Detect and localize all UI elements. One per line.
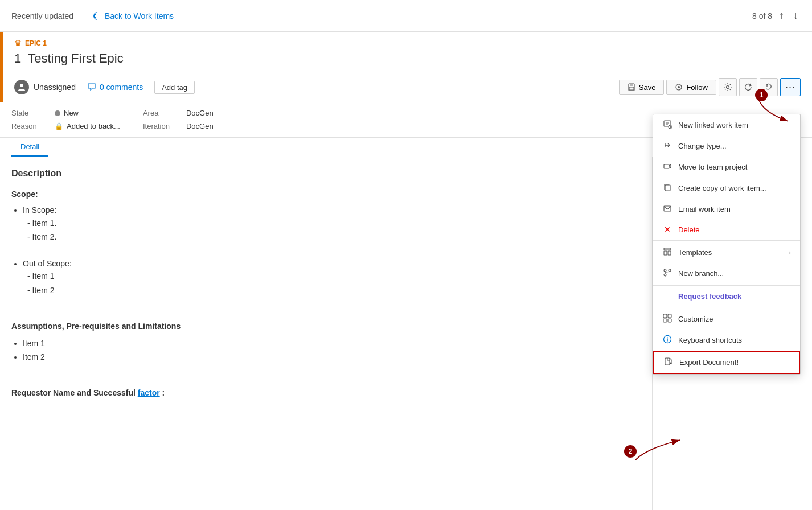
menu-item-keyboard-shortcuts[interactable]: Keyboard shortcuts xyxy=(653,330,800,351)
branch-icon xyxy=(662,268,672,279)
menu-divider-1 xyxy=(653,240,800,241)
person-icon xyxy=(17,83,26,92)
customize-svg-icon xyxy=(663,314,672,323)
create-copy-label: Create copy of work item... xyxy=(678,184,791,192)
annotation-badge-2: 2 xyxy=(624,445,637,458)
svg-rect-3 xyxy=(629,87,634,90)
back-link-label: Back to Work Items xyxy=(105,11,174,20)
menu-item-delete[interactable]: ✕ Delete xyxy=(653,220,800,239)
menu-item-email[interactable]: Email work item xyxy=(653,199,800,220)
save-button[interactable]: Save xyxy=(619,80,665,95)
branch-svg-icon xyxy=(663,268,672,277)
state-label: State xyxy=(11,109,46,117)
menu-item-new-branch[interactable]: New branch... xyxy=(653,263,800,284)
menu-item-create-copy[interactable]: Create copy of work item... xyxy=(653,178,800,199)
move-project-icon xyxy=(662,162,672,172)
requestor-heading: Requestor Name and Successful factor : xyxy=(11,386,641,399)
svg-point-0 xyxy=(20,84,23,87)
description-title: Description xyxy=(11,168,641,179)
templates-icon xyxy=(662,247,672,258)
assignee-section[interactable]: Unassigned xyxy=(14,80,76,94)
svg-point-6 xyxy=(727,86,729,89)
delete-icon: ✕ xyxy=(662,225,672,234)
epic-label: ♛ EPIC 1 xyxy=(14,39,801,48)
more-icon: ··· xyxy=(785,81,795,93)
svg-point-5 xyxy=(678,86,680,88)
top-bar-divider xyxy=(83,9,83,23)
work-item-number: 1 xyxy=(14,51,21,66)
back-to-work-items-link[interactable]: Back to Work Items xyxy=(92,11,174,20)
in-scope-item-2: Item 2. xyxy=(27,231,641,243)
comments-section[interactable]: 0 comments xyxy=(87,83,143,92)
work-item-meta: Unassigned 0 comments Add tag Save xyxy=(14,72,801,102)
svg-rect-19 xyxy=(668,314,671,318)
prev-item-button[interactable]: ↑ xyxy=(777,7,786,24)
state-value-section[interactable]: New xyxy=(55,109,79,117)
menu-item-export-document[interactable]: Export Document! xyxy=(653,351,800,374)
top-bar-left: Recently updated Back to Work Items xyxy=(11,9,174,23)
recently-updated-label: Recently updated xyxy=(11,11,73,20)
out-scope-item-2: Item 2 xyxy=(27,284,641,297)
email-svg-icon xyxy=(663,204,672,213)
templates-label: Templates xyxy=(678,248,783,257)
menu-item-customize[interactable]: Customize xyxy=(653,309,800,330)
state-value: New xyxy=(64,109,79,117)
change-type-icon xyxy=(662,141,672,151)
toolbar-right: Save Follow xyxy=(619,78,801,96)
menu-item-request-feedback[interactable]: Request feedback xyxy=(653,287,800,306)
svg-rect-9 xyxy=(664,164,669,168)
create-copy-icon xyxy=(662,183,672,194)
svg-rect-18 xyxy=(663,314,667,318)
epic-number-label: EPIC 1 xyxy=(25,39,47,47)
tab-detail[interactable]: Detail xyxy=(11,138,48,157)
new-linked-icon xyxy=(662,120,672,130)
assumptions-list: Item 1 Item 2 xyxy=(23,337,641,364)
customize-icon xyxy=(662,314,672,324)
follow-button[interactable]: Follow xyxy=(666,80,716,95)
svg-point-15 xyxy=(664,269,666,272)
reason-value-section[interactable]: 🔒 Added to back... xyxy=(55,122,120,130)
move-project-label: Move to team project xyxy=(678,163,791,171)
area-field-row: Area DocGen xyxy=(143,109,214,117)
iteration-field-row: Iteration DocGen xyxy=(143,122,214,130)
top-bar: Recently updated Back to Work Items 8 of… xyxy=(0,0,812,32)
change-type-label: Change type... xyxy=(678,142,791,150)
copy-icon xyxy=(663,183,672,192)
customize-label: Customize xyxy=(678,315,791,323)
in-scope-item: In Scope: Item 1. Item 2. xyxy=(23,204,641,243)
badge-2: 2 xyxy=(624,445,637,458)
badge-1: 1 xyxy=(755,89,768,101)
description-pane: Description Scope: In Scope: Item 1. Ite… xyxy=(0,157,653,510)
svg-rect-21 xyxy=(668,319,671,322)
add-tag-button[interactable]: Add tag xyxy=(154,81,195,94)
factor-link[interactable]: factor xyxy=(138,388,160,397)
keyboard-shortcuts-label: Keyboard shortcuts xyxy=(678,336,791,344)
iteration-label: Iteration xyxy=(143,122,177,130)
menu-item-move-project[interactable]: Move to team project xyxy=(653,157,800,178)
dropdown-menu: New linked work item Change type... Move… xyxy=(653,114,801,375)
svg-rect-2 xyxy=(630,84,633,86)
menu-item-templates[interactable]: Templates › xyxy=(653,242,800,263)
export-document-label: Export Document! xyxy=(679,358,790,367)
left-fields: State New Reason 🔒 Added to back... xyxy=(11,109,120,130)
area-value[interactable]: DocGen xyxy=(186,109,214,117)
next-item-button[interactable]: ↓ xyxy=(791,7,801,24)
settings-button[interactable] xyxy=(719,78,737,96)
new-branch-label: New branch... xyxy=(678,269,791,278)
svg-point-23 xyxy=(667,337,668,338)
linked-work-item-icon xyxy=(663,120,672,129)
follow-label: Follow xyxy=(686,83,708,92)
menu-divider-3 xyxy=(653,307,800,307)
svg-rect-10 xyxy=(665,185,670,191)
menu-item-change-type[interactable]: Change type... xyxy=(653,135,800,157)
iteration-value[interactable]: DocGen xyxy=(186,122,214,130)
request-feedback-label: Request feedback xyxy=(678,292,791,301)
templates-svg-icon xyxy=(663,247,672,256)
menu-item-new-linked[interactable]: New linked work item xyxy=(653,114,800,135)
crown-icon: ♛ xyxy=(14,39,22,48)
more-options-button[interactable]: ··· xyxy=(780,78,801,96)
pagination-label: 8 of 8 xyxy=(752,11,772,20)
top-bar-right: 8 of 8 ↑ ↓ xyxy=(752,7,801,24)
back-icon xyxy=(92,11,101,20)
refresh-icon xyxy=(744,83,753,92)
